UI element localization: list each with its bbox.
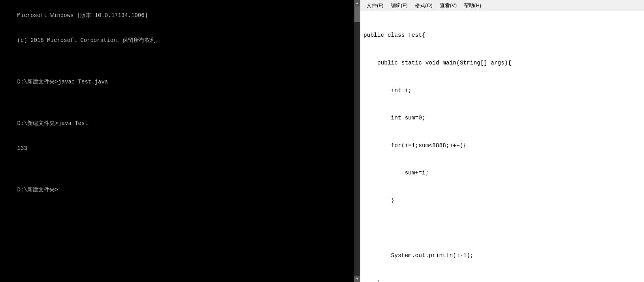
cmd-line-6: D:\新建文件夹>java Test	[17, 120, 88, 127]
code-line-7: }	[363, 196, 641, 205]
scroll-track[interactable]	[354, 6, 360, 276]
menu-file[interactable]: 文件(F)	[363, 1, 387, 10]
cmd-panel: Microsoft Windows [版本 10.0.17134.1006] (…	[0, 0, 360, 282]
menu-edit[interactable]: 编辑(E)	[388, 1, 411, 10]
code-line-6: sum+=i;	[363, 168, 641, 178]
cmd-scrollbar[interactable]: ▲ ▼	[354, 0, 360, 282]
menu-view[interactable]: 查看(V)	[437, 1, 460, 10]
code-line-8	[363, 223, 641, 233]
menu-format[interactable]: 格式(O)	[412, 1, 436, 10]
code-line-2: public static void main(String[] args){	[363, 59, 641, 68]
cmd-line-1: Microsoft Windows [版本 10.0.17134.1006]	[17, 12, 148, 19]
code-line-9: System.out.println(i-1);	[363, 251, 641, 260]
cmd-line-2: (c) 2018 Microsoft Corporation。保留所有权利。	[17, 37, 161, 44]
notepad-panel: 文件(F) 编辑(E) 格式(O) 查看(V) 帮助(H) public cla…	[360, 0, 644, 282]
scroll-up-arrow[interactable]: ▲	[354, 0, 360, 6]
menu-help[interactable]: 帮助(H)	[461, 1, 484, 10]
code-line-1: public class Test{	[363, 31, 641, 40]
scroll-thumb[interactable]	[354, 6, 360, 22]
code-line-4: int sum=0;	[363, 114, 641, 123]
cmd-line-9: D:\新建文件夹>	[17, 187, 58, 193]
scroll-down-arrow[interactable]: ▼	[354, 276, 360, 282]
cmd-line-4: D:\新建文件夹>javac Test.java	[17, 79, 108, 85]
code-line-3: int i;	[363, 86, 641, 95]
cmd-line-7: 133	[17, 145, 27, 151]
cmd-output: Microsoft Windows [版本 10.0.17134.1006] (…	[4, 3, 356, 203]
notepad-content[interactable]: public class Test{ public static void ma…	[360, 11, 644, 282]
notepad-menubar: 文件(F) 编辑(E) 格式(O) 查看(V) 帮助(H)	[360, 0, 644, 11]
code-line-10: }	[363, 278, 641, 282]
code-line-5: for(i=1;sum<8888;i++){	[363, 141, 641, 150]
